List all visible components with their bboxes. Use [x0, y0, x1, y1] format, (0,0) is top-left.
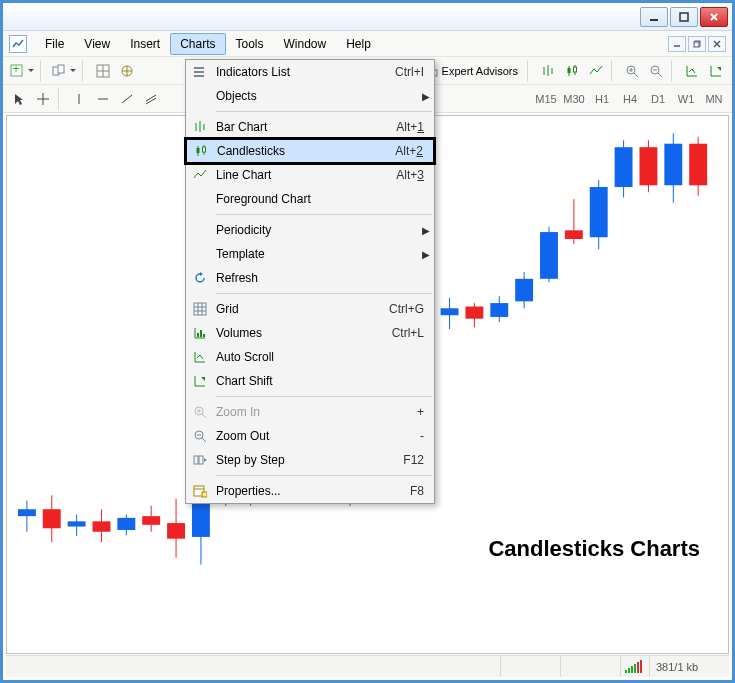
zoomout-icon [186, 429, 214, 443]
chartshift-button[interactable] [704, 60, 728, 82]
menu-item-label: Template [214, 247, 418, 261]
svg-rect-100 [664, 144, 682, 186]
line-chart-button[interactable] [584, 60, 608, 82]
svg-line-45 [146, 95, 156, 101]
menu-window[interactable]: Window [274, 33, 337, 55]
menu-item-zoom-out[interactable]: Zoom Out- [186, 424, 434, 448]
menu-item-auto-scroll[interactable]: Auto Scroll [186, 345, 434, 369]
svg-rect-114 [194, 303, 206, 315]
mdi-restore-button[interactable] [688, 36, 706, 52]
candlestick-button[interactable] [560, 60, 584, 82]
tf-m15[interactable]: M15 [532, 88, 560, 110]
market-watch-button[interactable] [91, 60, 115, 82]
tf-h1[interactable]: H1 [588, 88, 616, 110]
svg-rect-54 [93, 521, 111, 531]
menu-item-bar-chart[interactable]: Bar ChartAlt+1 [186, 115, 434, 139]
close-button[interactable] [700, 7, 728, 27]
menu-item-grid[interactable]: GridCtrl+G [186, 297, 434, 321]
shortcut: F12 [403, 453, 434, 467]
svg-rect-60 [167, 523, 185, 539]
menu-item-label: Objects [214, 89, 418, 103]
tf-d1[interactable]: D1 [644, 88, 672, 110]
menu-item-indicators-list[interactable]: Indicators ListCtrl+I [186, 60, 434, 84]
svg-line-33 [658, 73, 662, 77]
menu-tools[interactable]: Tools [226, 33, 274, 55]
vertical-line-button[interactable] [67, 88, 91, 110]
menu-item-label: Auto Scroll [214, 350, 434, 364]
menu-item-periodicity[interactable]: Periodicity▶ [186, 218, 434, 242]
maximize-button[interactable] [670, 7, 698, 27]
menu-item-label: Candlesticks [215, 144, 395, 158]
menu-item-chart-shift[interactable]: Chart Shift [186, 369, 434, 393]
minimize-button[interactable] [640, 7, 668, 27]
menu-view[interactable]: View [74, 33, 120, 55]
svg-rect-136 [194, 456, 198, 464]
menu-item-label: Zoom In [214, 405, 417, 419]
statusbar: 381/1 kb [6, 655, 729, 677]
profiles-button[interactable] [49, 60, 79, 82]
tf-h4[interactable]: H4 [616, 88, 644, 110]
menu-item-label: Properties... [214, 484, 410, 498]
titlebar [3, 3, 732, 31]
refresh-icon [186, 271, 214, 285]
menu-item-label: Step by Step [214, 453, 403, 467]
tf-w1[interactable]: W1 [672, 88, 700, 110]
menu-item-properties[interactable]: Properties...F8 [186, 479, 434, 503]
menu-item-candlesticks[interactable]: CandlesticksAlt+2 [186, 139, 434, 163]
menu-item-volumes[interactable]: VolumesCtrl+L [186, 321, 434, 345]
svg-marker-138 [204, 458, 207, 462]
svg-rect-58 [142, 516, 160, 525]
svg-rect-88 [515, 279, 533, 302]
expert-advisors-label: Expert Advisors [442, 65, 518, 77]
mdi-minimize-button[interactable] [668, 36, 686, 52]
submenu-arrow-icon: ▶ [418, 249, 434, 260]
menu-charts[interactable]: Charts [170, 33, 225, 55]
autoscroll-button[interactable] [680, 60, 704, 82]
new-chart-button[interactable]: + [7, 60, 37, 82]
status-cell-2 [560, 656, 620, 677]
shortcut: Ctrl+I [395, 65, 434, 79]
autoscroll-icon [186, 350, 214, 364]
bar-chart-button[interactable] [536, 60, 560, 82]
menu-item-objects[interactable]: Objects▶ [186, 84, 434, 108]
mdi-close-button[interactable] [708, 36, 726, 52]
menu-insert[interactable]: Insert [120, 33, 170, 55]
svg-rect-27 [574, 67, 577, 72]
zoom-in-button[interactable] [620, 60, 644, 82]
line-icon [186, 168, 214, 182]
zoomin-icon [186, 405, 214, 419]
tf-m30[interactable]: M30 [560, 88, 588, 110]
svg-rect-102 [689, 144, 707, 186]
shortcut: Alt+1 [396, 120, 434, 134]
svg-rect-103 [194, 67, 204, 69]
svg-rect-98 [639, 147, 657, 185]
data-window-button[interactable] [115, 60, 139, 82]
svg-rect-90 [540, 232, 558, 279]
svg-rect-56 [117, 518, 135, 530]
channel-button[interactable] [139, 88, 163, 110]
svg-rect-112 [203, 147, 206, 152]
svg-line-46 [146, 98, 156, 104]
menu-item-label: Periodicity [214, 223, 418, 237]
menu-item-line-chart[interactable]: Line ChartAlt+3 [186, 163, 434, 187]
crosshair-button[interactable] [31, 88, 55, 110]
svg-rect-144 [631, 666, 633, 673]
menu-item-refresh[interactable]: Refresh [186, 266, 434, 290]
cursor-button[interactable] [7, 88, 31, 110]
status-transfer: 381/1 kb [649, 656, 729, 677]
svg-rect-86 [490, 303, 508, 317]
menu-item-step-by-step[interactable]: Step by StepF12 [186, 448, 434, 472]
tf-mn[interactable]: MN [700, 88, 728, 110]
trendline-button[interactable] [115, 88, 139, 110]
submenu-arrow-icon: ▶ [418, 91, 434, 102]
menu-item-template[interactable]: Template▶ [186, 242, 434, 266]
svg-rect-105 [194, 75, 204, 77]
svg-rect-1 [680, 13, 688, 21]
horizontal-line-button[interactable] [91, 88, 115, 110]
svg-rect-92 [565, 230, 583, 239]
menu-item-foreground-chart[interactable]: Foreground Chart [186, 187, 434, 211]
menu-file[interactable]: File [35, 33, 74, 55]
app-icon [9, 35, 27, 53]
zoom-out-button[interactable] [644, 60, 668, 82]
menu-help[interactable]: Help [336, 33, 381, 55]
